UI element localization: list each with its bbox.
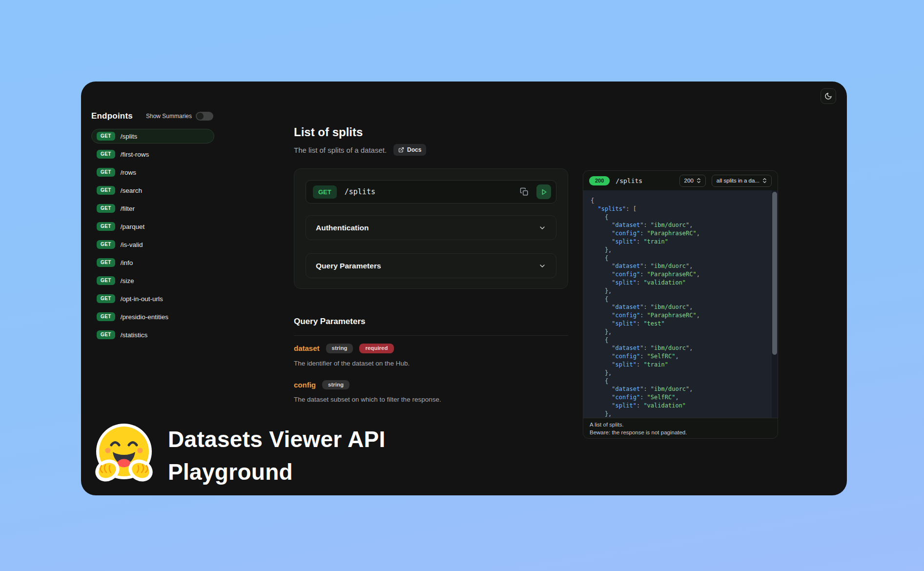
response-panel: 200 /splits 200 all splits in a da... { …: [583, 170, 778, 439]
endpoint-path: /info: [121, 259, 133, 266]
endpoint-path: /search: [121, 187, 142, 194]
sidebar-item-size[interactable]: GET/size: [91, 273, 214, 288]
param-type-badge: string: [326, 344, 353, 353]
sidebar-item-first-rows[interactable]: GET/first-rows: [91, 147, 214, 162]
chevron-down-icon: [538, 262, 546, 270]
endpoint-path: /size: [121, 277, 134, 285]
method-badge: GET: [97, 294, 115, 303]
sidebar-title: Endpoints: [91, 111, 133, 121]
status-code-select[interactable]: 200: [679, 175, 706, 187]
sidebar-item-search[interactable]: GET/search: [91, 183, 214, 198]
param-config: configstringThe dataset subset on which …: [294, 380, 568, 404]
response-code: { "splits": [ { "dataset": "ibm/duorc", …: [591, 197, 766, 418]
endpoint-path: /splits: [121, 133, 138, 140]
sidebar-item-info[interactable]: GET/info: [91, 255, 214, 270]
external-link-icon: [398, 147, 404, 153]
sidebar-item-statistics[interactable]: GET/statistics: [91, 327, 214, 342]
sidebar-item-filter[interactable]: GET/filter: [91, 201, 214, 216]
section-divider: [294, 335, 568, 336]
request-bar: GET /splits: [306, 180, 556, 204]
query-parameters-heading: Query Parameters: [294, 317, 365, 326]
docs-button[interactable]: Docs: [393, 144, 426, 156]
method-badge: GET: [97, 186, 115, 195]
app-title-line1: Datasets Viewer API: [168, 423, 386, 456]
method-badge: GET: [97, 204, 115, 213]
app-title-line2: Playground: [168, 456, 386, 489]
sidebar-item-is-valid[interactable]: GET/is-valid: [91, 237, 214, 252]
param-name: config: [294, 381, 316, 389]
endpoint-path: /statistics: [121, 331, 148, 339]
method-badge: GET: [97, 240, 115, 249]
sidebar-item-parquet[interactable]: GET/parquet: [91, 219, 214, 234]
sidebar-item-rows[interactable]: GET/rows: [91, 165, 214, 180]
param-required-badge: required: [359, 344, 393, 353]
example-select[interactable]: all splits in a da...: [712, 175, 772, 187]
method-badge: GET: [97, 222, 115, 231]
param-dataset: datasetstringrequiredThe identifier of t…: [294, 344, 568, 367]
chevron-down-icon: [538, 224, 546, 232]
param-list: datasetstringrequiredThe identifier of t…: [294, 344, 568, 416]
param-name: dataset: [294, 344, 320, 352]
endpoint-path: /opt-in-out-urls: [121, 295, 163, 303]
play-icon: [541, 189, 547, 195]
endpoints-sidebar: Endpoints Show Summaries GET/splitsGET/f…: [91, 111, 214, 342]
method-badge: GET: [97, 330, 115, 339]
moon-icon: [824, 92, 832, 100]
param-description: The identifier of the dataset on the Hub…: [294, 360, 568, 367]
copy-button[interactable]: [520, 187, 529, 196]
toggle-knob: [197, 113, 204, 120]
app-card: Endpoints Show Summaries GET/splitsGET/f…: [81, 82, 847, 495]
page-description: The list of splits of a dataset.: [294, 146, 387, 154]
method-badge: GET: [97, 132, 115, 141]
updown-chevron-icon: [697, 178, 701, 184]
status-badge: 200: [589, 176, 610, 185]
method-badge: GET: [97, 312, 115, 321]
endpoint-list: GET/splitsGET/first-rowsGET/rowsGET/sear…: [91, 129, 214, 342]
sidebar-item-splits[interactable]: GET/splits: [91, 129, 214, 143]
show-summaries-label: Show Summaries: [146, 113, 192, 120]
response-body: { "splits": [ { "dataset": "ibm/duorc", …: [583, 190, 778, 418]
method-badge: GET: [313, 185, 337, 199]
method-badge: GET: [97, 258, 115, 267]
authentication-label: Authentication: [316, 224, 369, 232]
response-footer: A list of splits.Beware: the response is…: [583, 418, 778, 438]
endpoint-path: /is-valid: [121, 241, 143, 248]
copy-icon: [520, 187, 529, 196]
request-panel: GET /splits: [294, 168, 568, 289]
sidebar-item-opt-in-out-urls[interactable]: GET/opt-in-out-urls: [91, 291, 214, 306]
run-request-button[interactable]: [536, 184, 551, 199]
endpoint-path: /first-rows: [121, 151, 149, 158]
endpoint-path: /filter: [121, 205, 135, 212]
app-title: Datasets Viewer API Playground: [168, 423, 386, 489]
sidebar-item-presidio-entities[interactable]: GET/presidio-entities: [91, 309, 214, 324]
method-badge: GET: [97, 168, 115, 177]
method-badge: GET: [97, 150, 115, 159]
query-parameters-collapsible[interactable]: Query Parameters: [306, 253, 556, 278]
authentication-collapsible[interactable]: Authentication: [306, 215, 556, 240]
endpoint-path: /parquet: [121, 223, 145, 230]
dark-mode-toggle-button[interactable]: [821, 88, 836, 104]
response-footer-line: Beware: the response is not paginated.: [590, 429, 771, 437]
query-parameters-label: Query Parameters: [316, 262, 381, 270]
param-type-badge: string: [322, 380, 349, 390]
hugging-face-emoji: [95, 423, 153, 484]
scrollbar-thumb[interactable]: [772, 192, 777, 355]
method-badge: GET: [97, 276, 115, 285]
response-header: 200 /splits 200 all splits in a da...: [583, 171, 778, 190]
param-description: The dataset subset on which to filter th…: [294, 396, 568, 403]
show-summaries-toggle[interactable]: [196, 112, 213, 121]
updown-chevron-icon: [762, 178, 767, 184]
response-footer-line: A list of splits.: [590, 421, 771, 429]
endpoint-path: /presidio-entities: [121, 313, 168, 321]
page-title: List of splits: [294, 125, 363, 139]
response-path: /splits: [616, 177, 673, 184]
request-path: /splits: [345, 187, 512, 196]
endpoint-path: /rows: [121, 169, 136, 176]
docs-label: Docs: [407, 146, 421, 153]
